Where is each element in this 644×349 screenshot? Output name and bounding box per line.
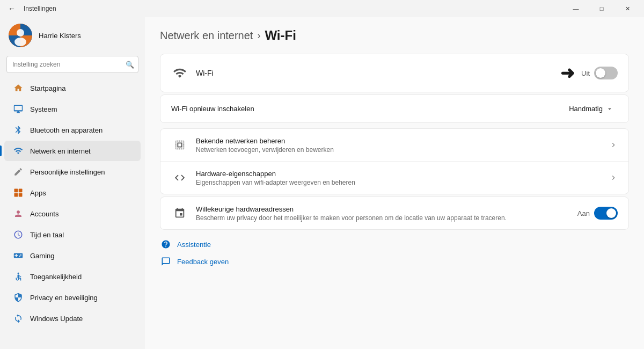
- accessibility-icon: [13, 271, 24, 282]
- titlebar: ← Instellingen — □ ✕: [0, 0, 644, 17]
- sidebar-item-label: Persoonlijke instellingen: [30, 168, 105, 176]
- random-addr-text: Willekeurige hardwareadressen Bescherm u…: [196, 205, 577, 222]
- reenable-label: Wi-Fi opnieuw inschakelen: [171, 105, 565, 113]
- bekende-netwerken-title: Bekende netwerken beheren: [196, 137, 609, 145]
- app-body: Harrie Kisters 🔍 Startpagina Systeem: [0, 17, 644, 349]
- reenable-dropdown[interactable]: Handmatig: [565, 103, 618, 115]
- random-addr-title: Willekeurige hardwareadressen: [196, 205, 577, 213]
- gaming-icon: [13, 250, 24, 261]
- sidebar-item-accounts[interactable]: Accounts: [4, 203, 141, 224]
- feedback-icon: [160, 256, 172, 267]
- avatar: [9, 24, 32, 47]
- bekende-netwerken-row[interactable]: Bekende netwerken beheren Netwerken toev…: [160, 129, 628, 162]
- window-controls: — □ ✕: [564, 0, 640, 17]
- chevron-right-icon: [609, 141, 618, 149]
- time-icon: [13, 229, 24, 240]
- sidebar-item-apps[interactable]: Apps: [4, 183, 141, 203]
- svg-rect-4: [19, 189, 23, 193]
- breadcrumb-current: Wi-Fi: [265, 28, 296, 43]
- sidebar-item-persoonlijk[interactable]: Persoonlijke instellingen: [4, 162, 141, 182]
- network-options-list: Bekende netwerken beheren Netwerken toev…: [160, 128, 629, 194]
- svg-rect-5: [14, 193, 18, 197]
- assistentie-label: Assistentie: [177, 241, 211, 249]
- chevron-right-icon: [609, 173, 618, 182]
- sidebar: Harrie Kisters 🔍 Startpagina Systeem: [0, 17, 145, 349]
- sidebar-item-update[interactable]: Windows Update: [4, 308, 141, 329]
- home-icon: [13, 83, 24, 93]
- sidebar-item-privacy[interactable]: Privacy en beveiliging: [4, 287, 141, 308]
- maximize-button[interactable]: □: [589, 0, 614, 17]
- toggle-knob: [596, 68, 605, 78]
- bluetooth-icon: [13, 125, 24, 135]
- random-addr-right: Aan: [577, 207, 618, 220]
- wifi-label: Wi-Fi: [196, 69, 560, 77]
- sidebar-item-bluetooth[interactable]: Bluetooth en apparaten: [4, 120, 141, 140]
- sidebar-item-toegankelijkheid[interactable]: Toegankelijkheid: [4, 266, 141, 287]
- back-button[interactable]: ←: [4, 1, 19, 16]
- sidebar-item-label: Apps: [30, 189, 46, 197]
- sidebar-item-label: Toegankelijkheid: [30, 273, 82, 281]
- svg-point-2: [14, 38, 26, 46]
- svg-point-1: [17, 29, 24, 37]
- random-addr-desc: Bescherm uw privacy door het moeilijker …: [196, 214, 577, 222]
- sidebar-item-label: Bluetooth en apparaten: [30, 126, 103, 134]
- bekende-netwerken-icon: [171, 136, 188, 154]
- breadcrumb: Netwerk en internet › Wi-Fi: [160, 28, 629, 43]
- accounts-icon: [13, 208, 24, 219]
- wifi-toggle-switch[interactable]: [594, 67, 618, 79]
- minimize-button[interactable]: —: [564, 0, 588, 17]
- user-name: Harrie Kisters: [39, 32, 81, 40]
- reenable-value: Handmatig: [569, 105, 603, 113]
- search-icon: 🔍: [126, 61, 134, 69]
- wifi-state-label: Uit: [581, 69, 590, 77]
- hardware-desc: Eigenschappen van wifi-adapter weergeven…: [196, 179, 609, 186]
- reenable-card: Wi-Fi opnieuw inschakelen Handmatig: [160, 94, 629, 123]
- random-addresses-card: Willekeurige hardwareadressen Bescherm u…: [160, 197, 629, 230]
- bekende-netwerken-desc: Netwerken toevoegen, verwijderen en bewe…: [196, 146, 609, 154]
- assistentie-link[interactable]: Assistentie: [160, 238, 629, 250]
- apps-icon: [13, 187, 24, 198]
- bekende-netwerken-text: Bekende netwerken beheren Netwerken toev…: [196, 137, 609, 154]
- sidebar-item-label: Systeem: [30, 105, 57, 113]
- search-input[interactable]: [6, 56, 138, 73]
- feedback-label: Feedback geven: [177, 258, 229, 266]
- update-icon: [13, 313, 24, 324]
- random-addr-row: Willekeurige hardwareadressen Bescherm u…: [160, 197, 628, 229]
- wifi-icon: [173, 66, 187, 80]
- sidebar-item-tijd[interactable]: Tijd en taal: [4, 224, 141, 245]
- wifi-toggle-card: Wi-Fi ➜ Uit: [160, 54, 629, 92]
- hardware-text: Hardware-eigenschappen Eigenschappen van…: [196, 170, 609, 186]
- sidebar-item-label: Tijd en taal: [30, 231, 64, 239]
- svg-rect-6: [19, 193, 23, 197]
- app-title: Instellingen: [24, 5, 56, 12]
- sidebar-item-label: Startpagina: [30, 84, 66, 92]
- sidebar-item-label: Privacy en beveiliging: [30, 294, 98, 302]
- search-box: 🔍: [6, 56, 138, 73]
- random-addr-state-label: Aan: [577, 209, 590, 217]
- main-content: Netwerk en internet › Wi-Fi Wi-Fi ➜ Uit …: [145, 17, 644, 349]
- feedback-link[interactable]: Feedback geven: [160, 256, 629, 267]
- footer-links: Assistentie Feedback geven: [160, 238, 629, 267]
- random-addr-toggle[interactable]: [594, 207, 618, 220]
- sidebar-item-gaming[interactable]: Gaming: [4, 245, 141, 266]
- random-addr-icon: [171, 205, 188, 222]
- user-profile[interactable]: Harrie Kisters: [0, 17, 145, 56]
- svg-point-7: [18, 273, 19, 274]
- sidebar-item-label: Accounts: [30, 210, 58, 218]
- breadcrumb-separator: ›: [257, 30, 260, 41]
- breadcrumb-parent[interactable]: Netwerk en internet: [160, 30, 253, 42]
- sidebar-item-startpagina[interactable]: Startpagina: [4, 78, 141, 98]
- toggle-knob: [606, 208, 616, 218]
- close-button[interactable]: ✕: [615, 0, 640, 17]
- assistentie-icon: [160, 238, 172, 250]
- system-icon: [13, 104, 24, 114]
- hardware-row[interactable]: Hardware-eigenschappen Eigenschappen van…: [160, 162, 628, 194]
- hardware-right: [609, 173, 618, 182]
- sidebar-item-label: Gaming: [30, 252, 55, 260]
- sidebar-item-label: Netwerk en internet: [30, 147, 91, 155]
- sidebar-nav: Startpagina Systeem Bluetooth en apparat…: [0, 77, 145, 329]
- hardware-icon: [171, 169, 188, 186]
- wifi-icon-wrap: [171, 64, 188, 82]
- sidebar-item-systeem[interactable]: Systeem: [4, 99, 141, 119]
- sidebar-item-netwerk[interactable]: Netwerk en internet: [4, 141, 141, 161]
